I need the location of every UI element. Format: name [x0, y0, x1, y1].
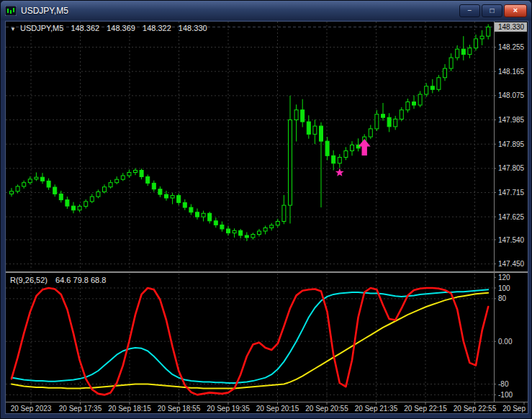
pane-divider[interactable]	[6, 271, 528, 274]
indicator-axis-label: -80	[498, 380, 509, 388]
time-axis-label: 20 Sep 17:35	[59, 405, 102, 413]
time-axis-label: 20 Sep 19:35	[207, 405, 250, 413]
time-axis-label: 20 Sep 22:15	[404, 405, 447, 413]
time-axis-label: 20 Sep 2023	[11, 405, 52, 413]
chart-background	[6, 22, 528, 413]
price-axis-label: 147.625	[498, 213, 525, 221]
price-axis-label: 148.165	[498, 68, 525, 76]
chart-window: USDJPY,M5 − □ × 148.255148.165148.075147…	[0, 0, 532, 419]
time-axis-label: 20 Sep 20:15	[256, 405, 299, 413]
indicator-axis-label: -100	[498, 391, 513, 399]
close-button[interactable]: ×	[504, 4, 527, 17]
window-title: USDJPY,M5	[21, 6, 68, 16]
time-axis-label: 20 Sep 18:15	[108, 405, 151, 413]
indicator-axis-label: 80	[498, 294, 507, 302]
chart-canvas[interactable]: 148.255148.165148.075147.985147.895147.8…	[6, 22, 528, 413]
window-controls: − □ ×	[459, 4, 527, 17]
svg-text:148.330: 148.330	[498, 23, 525, 31]
chart-window-icon	[5, 6, 17, 16]
price-axis-label: 147.985	[498, 116, 525, 124]
price-axis-label: 147.895	[498, 140, 525, 148]
maximize-button[interactable]: □	[482, 4, 502, 17]
indicator-axis-label: 0.00	[498, 338, 513, 346]
price-axis-label: 147.715	[498, 189, 525, 197]
time-axis-label: 20 Sep 21:35	[355, 405, 398, 413]
time-axis-label: 20 Sep 23:35	[502, 405, 528, 413]
minimize-button[interactable]: −	[459, 4, 480, 17]
price-axis-label: 147.805	[498, 164, 525, 172]
indicator-axis-label: 120	[498, 274, 510, 281]
indicator-axis-label: 100	[498, 284, 510, 292]
time-axis-label: 20 Sep 18:55	[158, 405, 201, 413]
price-axis-label: 147.450	[498, 260, 525, 268]
price-axis-label: 147.540	[498, 236, 525, 244]
current-price-tag: 148.330	[495, 22, 527, 32]
time-axis-label: 20 Sep 22:55	[454, 405, 497, 413]
time-axis-label: 20 Sep 20:55	[305, 405, 348, 413]
chart-area[interactable]: 148.255148.165148.075147.985147.895147.8…	[5, 21, 528, 414]
title-bar[interactable]: USDJPY,M5 − □ ×	[1, 1, 531, 20]
price-axis-label: 148.255	[498, 43, 525, 51]
price-axis-label: 148.075	[498, 91, 525, 99]
